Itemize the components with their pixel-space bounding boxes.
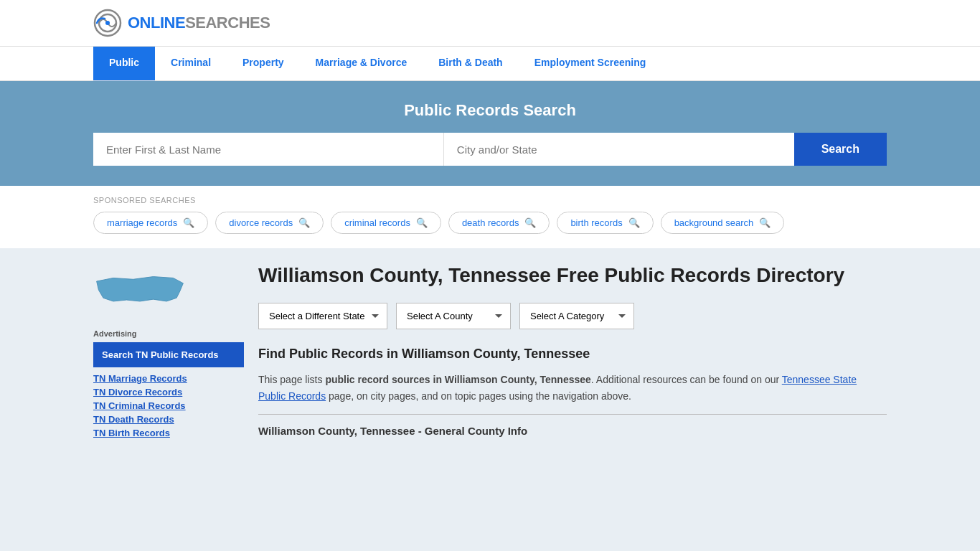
sidebar-link-death[interactable]: TN Death Records	[93, 414, 244, 425]
state-dropdown[interactable]: Select a Different State	[258, 303, 387, 329]
county-dropdown[interactable]: Select A County	[396, 303, 511, 329]
section-divider: Williamson County, Tennessee - General C…	[258, 414, 887, 437]
section-subtitle: Williamson County, Tennessee - General C…	[258, 425, 887, 437]
tag-label: death records	[462, 217, 519, 228]
find-description-part3: page, on city pages, and on topic pages …	[326, 390, 631, 402]
tag-background-search[interactable]: background search 🔍	[661, 212, 785, 234]
tag-label: marriage records	[107, 217, 177, 228]
advertising-label: Advertising	[93, 329, 244, 338]
tag-birth-records[interactable]: birth records 🔍	[557, 212, 653, 234]
sidebar-link-birth[interactable]: TN Birth Records	[93, 428, 244, 438]
sidebar: Advertising Search TN Public Records TN …	[93, 263, 244, 441]
ad-box[interactable]: Search TN Public Records	[93, 342, 244, 367]
find-title: Find Public Records in Williamson County…	[258, 347, 887, 362]
tag-label: criminal records	[344, 217, 410, 228]
location-input[interactable]	[444, 133, 794, 166]
search-icon: 🔍	[416, 217, 428, 228]
main-content: Advertising Search TN Public Records TN …	[0, 248, 980, 456]
tag-divorce-records[interactable]: divorce records 🔍	[215, 212, 324, 234]
article: Williamson County, Tennessee Free Public…	[258, 263, 887, 441]
nav-marriage-divorce[interactable]: Marriage & Divorce	[300, 47, 423, 80]
svg-marker-3	[97, 277, 184, 301]
nav-employment[interactable]: Employment Screening	[519, 47, 662, 80]
dropdowns: Select a Different State Select A County…	[258, 303, 887, 329]
logo-text: ONLINESEARCHES	[128, 14, 270, 32]
search-banner: Public Records Search Search	[0, 81, 980, 186]
nav-criminal[interactable]: Criminal	[155, 47, 227, 80]
logo: ONLINESEARCHES	[93, 9, 270, 37]
sidebar-link-criminal[interactable]: TN Criminal Records	[93, 400, 244, 411]
search-icon: 🔍	[524, 217, 536, 228]
find-description: This page lists public record sources in…	[258, 372, 887, 404]
tag-death-records[interactable]: death records 🔍	[448, 212, 550, 234]
sponsored-section: SPONSORED SEARCHES marriage records 🔍 di…	[0, 186, 980, 248]
sponsored-tags: marriage records 🔍 divorce records 🔍 cri…	[93, 212, 887, 234]
nav-birth-death[interactable]: Birth & Death	[423, 47, 518, 80]
tag-marriage-records[interactable]: marriage records 🔍	[93, 212, 208, 234]
header: ONLINESEARCHES	[0, 0, 980, 47]
search-form: Search	[93, 133, 887, 166]
find-description-bold1: public record sources in Williamson Coun…	[325, 374, 590, 385]
sponsored-label: SPONSORED SEARCHES	[93, 196, 887, 204]
tag-label: divorce records	[229, 217, 293, 228]
nav-property[interactable]: Property	[227, 47, 300, 80]
search-icon: 🔍	[183, 217, 194, 228]
logo-icon	[93, 9, 122, 37]
find-description-part2: . Additional resources can be found on o…	[591, 374, 782, 385]
main-nav: Public Criminal Property Marriage & Divo…	[0, 47, 980, 81]
sidebar-link-marriage[interactable]: TN Marriage Records	[93, 373, 244, 384]
state-map	[93, 263, 244, 322]
svg-point-2	[105, 21, 110, 25]
sidebar-link-divorce[interactable]: TN Divorce Records	[93, 387, 244, 397]
tennessee-map-icon	[93, 263, 187, 320]
tag-label: birth records	[570, 217, 622, 228]
search-icon: 🔍	[628, 217, 640, 228]
tag-label: background search	[674, 217, 754, 228]
nav-public[interactable]: Public	[93, 47, 155, 80]
search-icon: 🔍	[298, 217, 310, 228]
category-dropdown[interactable]: Select A Category	[519, 303, 634, 329]
tag-criminal-records[interactable]: criminal records 🔍	[331, 212, 441, 234]
find-description-part1: This page lists	[258, 374, 325, 385]
name-input[interactable]	[93, 133, 444, 166]
page-title: Williamson County, Tennessee Free Public…	[258, 263, 887, 288]
search-banner-title: Public Records Search	[93, 101, 887, 120]
search-button[interactable]: Search	[794, 133, 887, 166]
search-icon: 🔍	[759, 217, 771, 228]
